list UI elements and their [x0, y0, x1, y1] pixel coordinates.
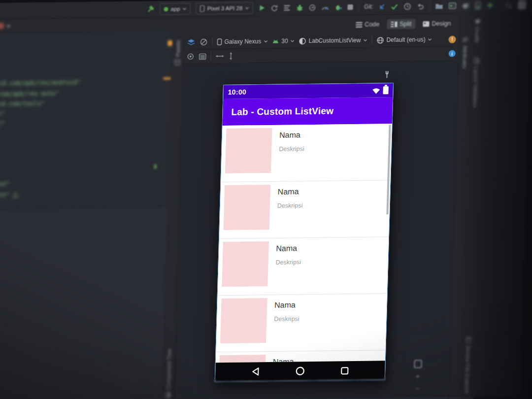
- device-file-explorer-tab[interactable]: Device File Explorer: [461, 336, 475, 394]
- editor-tab-close-icon[interactable]: [7, 25, 10, 28]
- stop-button[interactable]: [347, 4, 353, 9]
- toolbar-separator: [212, 37, 213, 46]
- terminal-icon[interactable]: [449, 2, 457, 9]
- tab-design[interactable]: Design: [419, 19, 455, 29]
- layout-validation-icon: [473, 57, 480, 64]
- phone-icon: [217, 38, 222, 45]
- error-stripe-marker[interactable]: [163, 77, 170, 79]
- project-structure-icon[interactable]: [435, 2, 443, 9]
- run-configuration-select[interactable]: app: [160, 3, 191, 15]
- target-device-label: Pixel 3 API 28: [207, 5, 243, 12]
- gradle-tab[interactable]: Gradle: [470, 18, 484, 43]
- code-line: id.com/apk/res/android": [0, 79, 81, 87]
- list-item[interactable]: Nama Deskripsi: [221, 124, 392, 182]
- globe-icon: [376, 36, 384, 44]
- item-thumbnail: [219, 355, 266, 363]
- scrollbar-marker[interactable]: [154, 165, 156, 169]
- search-everywhere-icon[interactable]: [505, 1, 513, 9]
- code-editor-empty-area: [0, 206, 167, 399]
- gradle-sync-icon[interactable]: [462, 2, 470, 9]
- git-update-icon[interactable]: [379, 3, 386, 10]
- status-time: 10:00: [228, 88, 246, 96]
- zoom-to-fit-button[interactable]: [414, 360, 422, 367]
- item-thumbnail: [222, 241, 269, 287]
- device-manager-icon[interactable]: [475, 2, 481, 9]
- split-mode-icon: [391, 21, 397, 27]
- item-name: Nama: [274, 300, 296, 309]
- component-tree-tab[interactable]: Component Tree: [162, 349, 175, 398]
- attach-debugger-icon[interactable]: [308, 3, 316, 11]
- apply-changes-icon[interactable]: [270, 4, 278, 11]
- palette-tab[interactable]: Palette: [171, 40, 184, 66]
- code-line: com/apk/res-auto": [0, 90, 59, 98]
- window-icon[interactable]: [518, 0, 527, 9]
- orientation-icon[interactable]: [200, 38, 207, 46]
- locale-select[interactable]: Default (en-us): [376, 36, 432, 44]
- debug-button[interactable]: [296, 4, 303, 11]
- code-editor-panel[interactable]: id.com/apk/res/android" com/apk/res-auto…: [0, 17, 173, 399]
- git-label: Git:: [364, 3, 373, 10]
- code-line: id.com/tools": [0, 100, 44, 107]
- palette-icon: [174, 59, 180, 66]
- tab-split[interactable]: Split: [387, 19, 416, 30]
- palette-label: Palette: [174, 40, 181, 57]
- attributes-tab[interactable]: Attributes: [459, 36, 471, 68]
- zoom-in-button[interactable]: +: [414, 372, 422, 380]
- code-line: t": [0, 110, 5, 117]
- layout-validation-tab[interactable]: Layout Validation: [469, 57, 483, 107]
- chevron-down-icon: [183, 7, 187, 11]
- wrench-icon[interactable]: [383, 70, 390, 78]
- render-issues-badge[interactable]: !: [448, 35, 456, 43]
- android-studio-window: app Pixel 3 API 28 Git:: [0, 0, 532, 399]
- preview-listview[interactable]: Nama Deskripsi Nama Deskripsi Nama Deskr…: [216, 124, 392, 363]
- gradle-icon: [474, 18, 481, 24]
- toolbar-separator: [358, 2, 359, 11]
- toolbar-separator: [499, 1, 500, 10]
- build-hammer-icon[interactable]: [146, 5, 154, 13]
- list-item[interactable]: Nama Deskripsi: [219, 180, 390, 239]
- toolbar-separator: [430, 1, 431, 10]
- list-item[interactable]: Nama Deskripsi: [218, 237, 389, 296]
- item-description: Deskripsi: [275, 259, 301, 266]
- item-description: Deskripsi: [274, 315, 299, 323]
- editor-tab-partial[interactable]: [0, 23, 4, 29]
- zoom-out-button[interactable]: −: [413, 384, 421, 392]
- tab-code[interactable]: Code: [352, 19, 383, 30]
- run-config-app-icon: [164, 7, 168, 11]
- list-item[interactable]: Nama Deskripsi: [216, 294, 387, 352]
- design-surface-icon[interactable]: [187, 38, 195, 46]
- item-thumbnail: [224, 185, 271, 230]
- run-button[interactable]: [258, 4, 265, 11]
- design-mode-icon: [423, 21, 429, 27]
- view-options-icon[interactable]: [187, 53, 195, 60]
- profiler-icon[interactable]: [321, 4, 329, 10]
- rollback-icon[interactable]: [417, 2, 424, 9]
- sdk-manager-icon[interactable]: [487, 2, 494, 9]
- device-select[interactable]: Galaxy Nexus: [217, 38, 267, 45]
- nav-home-icon: [295, 366, 305, 376]
- theme-select[interactable]: LabCustomListView: [299, 36, 367, 45]
- item-description: Deskripsi: [277, 202, 303, 209]
- history-clock-icon[interactable]: [404, 2, 411, 10]
- chevron-down-icon: [291, 39, 295, 43]
- target-device-select[interactable]: Pixel 3 API 28: [196, 2, 253, 14]
- horizontal-resize-icon[interactable]: [216, 54, 224, 59]
- git-commit-icon[interactable]: [391, 3, 399, 9]
- design-surface[interactable]: 10:00 Lab - Custom ListView Nama Deskrip…: [173, 61, 459, 399]
- toolbar-separator: [371, 36, 372, 45]
- preview-app-bar: Lab - Custom ListView: [223, 97, 393, 126]
- apply-code-changes-icon[interactable]: [283, 4, 291, 11]
- nav-recents-icon: [340, 366, 349, 375]
- vertical-resize-icon[interactable]: [229, 52, 233, 60]
- phone-preview[interactable]: 10:00 Lab - Custom ListView Nama Deskrip…: [215, 83, 394, 382]
- layout-list-icon[interactable]: [199, 53, 206, 60]
- code-mode-icon: [356, 22, 362, 27]
- api-level-select[interactable]: 30: [272, 37, 295, 45]
- code-line: ent": [0, 192, 19, 199]
- code-line: t": [0, 120, 5, 127]
- device-file-explorer-label: Device File Explorer: [464, 345, 471, 394]
- preview-status-bar: 10:00: [223, 83, 393, 99]
- profile-app-icon[interactable]: [334, 3, 342, 11]
- android-icon: [272, 38, 279, 44]
- info-badge[interactable]: i: [449, 50, 456, 57]
